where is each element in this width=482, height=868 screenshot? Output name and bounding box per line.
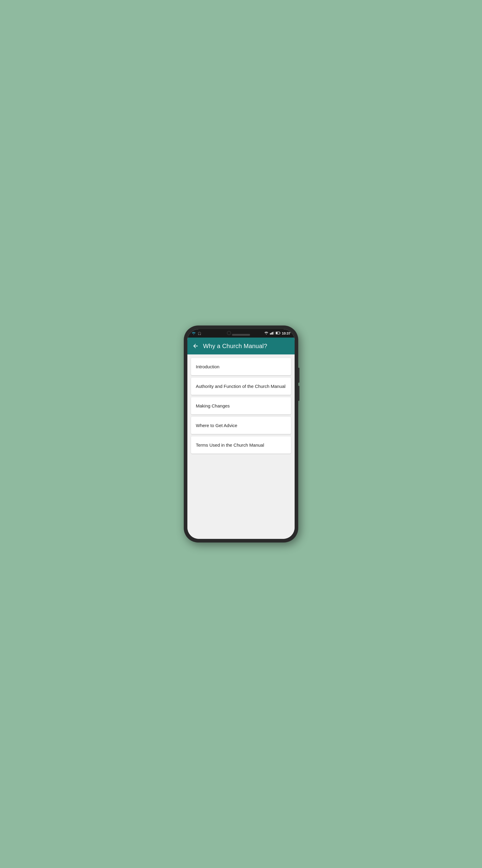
svg-rect-2 xyxy=(272,332,273,335)
list-item-label-authority: Authority and Function of the Church Man… xyxy=(196,384,286,389)
app-bar: Why a Church Manual? xyxy=(187,338,295,354)
list-item-label-changes: Making Changes xyxy=(196,403,230,408)
status-left: 🎧 xyxy=(192,332,201,335)
wifi-icon xyxy=(192,332,196,335)
status-right: 10:37 xyxy=(264,332,290,335)
svg-rect-0 xyxy=(270,333,271,335)
phone-device: 🎧 xyxy=(184,326,298,542)
signal-icon xyxy=(270,332,274,335)
list-item-label-intro: Introduction xyxy=(196,364,219,369)
headphone-icon: 🎧 xyxy=(198,332,201,335)
battery-icon xyxy=(276,332,281,335)
side-button-2 xyxy=(298,386,299,401)
wifi-filled-icon xyxy=(264,332,268,335)
back-button[interactable] xyxy=(192,343,199,349)
svg-rect-3 xyxy=(273,332,274,335)
svg-rect-1 xyxy=(271,333,272,335)
svg-rect-5 xyxy=(276,332,278,334)
camera-dot xyxy=(227,331,231,335)
status-bar: 🎧 xyxy=(187,329,295,338)
list-item-label-advice: Where to Get Advice xyxy=(196,423,237,428)
list-item-authority[interactable]: Authority and Function of the Church Man… xyxy=(191,378,291,395)
list-item-label-terms: Terms Used in the Church Manual xyxy=(196,442,264,447)
list-item-changes[interactable]: Making Changes xyxy=(191,397,291,414)
time-display: 10:37 xyxy=(282,332,290,335)
list-item-terms[interactable]: Terms Used in the Church Manual xyxy=(191,436,291,454)
content-area: IntroductionAuthority and Function of th… xyxy=(187,354,295,539)
app-bar-title: Why a Church Manual? xyxy=(203,343,267,350)
list-item-intro[interactable]: Introduction xyxy=(191,358,291,375)
list-item-advice[interactable]: Where to Get Advice xyxy=(191,417,291,434)
svg-rect-6 xyxy=(280,333,280,334)
side-button-1 xyxy=(298,368,299,383)
phone-screen: 🎧 xyxy=(187,329,295,539)
